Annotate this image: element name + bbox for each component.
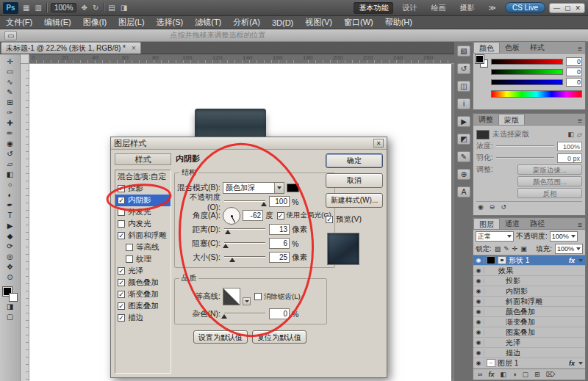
menu-view[interactable]: 视图(V) — [299, 17, 338, 28]
workspace-overflow-icon[interactable]: ≫ — [483, 3, 501, 12]
foreground-color-swatch[interactable] — [476, 55, 484, 63]
styles-icon[interactable]: ◩ — [457, 134, 470, 145]
antialias-checkbox[interactable] — [254, 293, 262, 300]
set-default-button[interactable]: 设置为默认值 — [193, 330, 248, 344]
color-range-button[interactable]: 颜色范围... — [517, 176, 582, 186]
checkbox[interactable]: ✓ — [118, 197, 125, 204]
history-brush-tool-icon[interactable]: ↺ — [1, 149, 19, 159]
effect-row-bevel-emboss[interactable]: ◉ 斜面和浮雕 — [473, 297, 585, 307]
dialog-titlebar[interactable]: 图层样式 ✕ — [111, 137, 387, 150]
lock-all-icon[interactable]: ▣ — [520, 245, 527, 253]
lock-position-icon[interactable]: ✛ — [512, 245, 518, 253]
fill-field[interactable]: 100% — [555, 244, 583, 254]
adjustment-layer-icon[interactable]: ◑ — [512, 371, 516, 378]
noise-slider[interactable] — [223, 309, 267, 319]
layer-thumbnail[interactable] — [487, 359, 495, 367]
history-icon[interactable]: ↺ — [457, 63, 470, 74]
feather-value[interactable]: 0 px — [557, 153, 582, 163]
menu-analysis[interactable]: 分析(A) — [227, 17, 266, 28]
blend-mode-select[interactable]: 颜色加深 — [223, 182, 284, 194]
character-icon[interactable]: A — [457, 186, 470, 197]
style-item-inner-shadow[interactable]: ✓ 内阴影 — [115, 195, 171, 206]
close-icon[interactable]: ✕ — [575, 4, 581, 12]
checkbox[interactable]: ✓ — [118, 302, 125, 310]
panel-menu-icon[interactable]: ≡ — [575, 117, 585, 125]
style-item-bevel-emboss[interactable]: ✓ 斜面和浮雕 — [115, 230, 171, 242]
layer-style-icon[interactable]: fx — [488, 371, 494, 378]
tab-adjustments[interactable]: 调整 — [473, 114, 498, 125]
checkbox[interactable]: ✓ — [118, 267, 125, 275]
density-value[interactable]: 100% — [557, 142, 582, 151]
distance-slider[interactable] — [223, 225, 267, 235]
choke-field[interactable]: 6 — [269, 238, 290, 249]
tab-swatches[interactable]: 色板 — [500, 42, 525, 53]
red-slider[interactable] — [491, 59, 563, 65]
checkbox[interactable] — [126, 244, 133, 251]
add-mask-icon[interactable]: ◧ — [500, 371, 506, 378]
style-item-pattern-overlay[interactable]: ✓ 图案叠加 — [115, 300, 171, 312]
collapse-effects-icon[interactable] — [578, 259, 583, 262]
clone-stamp-tool-icon[interactable]: ◉ — [1, 139, 19, 149]
visibility-eye-icon[interactable]: ◉ — [473, 360, 484, 366]
healing-brush-tool-icon[interactable]: ✚ — [1, 118, 19, 128]
layer-row-shape1[interactable]: ◉ 形状 1 fx — [473, 255, 585, 266]
opacity-field[interactable]: 100 — [269, 196, 290, 207]
layer-thumbnail[interactable] — [487, 256, 495, 264]
invert-button[interactable]: 反相 — [517, 188, 582, 198]
noise-field[interactable]: 0 — [269, 308, 290, 319]
angle-field[interactable]: -62 — [243, 210, 263, 221]
mask-apply-icon[interactable]: ↺ — [501, 203, 506, 211]
fx-badge[interactable]: fx — [569, 360, 576, 367]
menu-file[interactable]: 文件(F) — [0, 17, 38, 28]
shadow-color-swatch[interactable] — [287, 184, 299, 192]
preview-checkbox[interactable]: ✓ — [326, 216, 333, 223]
document-tab[interactable]: 未标题-1 @ 22.2% (形状 1, RGB/8) * × — [1, 42, 141, 54]
zoom-tool-icon[interactable]: ⊙ — [1, 272, 19, 283]
move-tool-icon[interactable]: ✛ — [1, 57, 19, 67]
blue-value[interactable]: 0 — [566, 78, 582, 87]
tab-layers[interactable]: 图层 — [473, 218, 500, 229]
contour-thumbnail[interactable] — [223, 288, 240, 305]
ok-button[interactable]: 确定 — [326, 153, 383, 168]
arrange-documents-icon[interactable]: ▤ — [107, 4, 115, 12]
cancel-button[interactable]: 取消 — [326, 173, 383, 188]
tab-close-icon[interactable]: × — [132, 44, 136, 52]
quick-selection-tool-icon[interactable]: ✎ — [1, 87, 19, 98]
layer-comps-icon[interactable]: ◫ — [457, 81, 470, 92]
delete-layer-icon[interactable]: ⌦ — [545, 371, 555, 378]
workspace-essentials[interactable]: 基本功能 — [354, 2, 393, 14]
minimize-icon[interactable]: — — [553, 4, 560, 12]
add-pixel-mask-icon[interactable]: ◧ — [568, 131, 575, 138]
blend-mode-dropdown[interactable]: 正常 — [476, 231, 514, 242]
layer-row-layer1[interactable]: ◉ 图层 1 fx — [473, 358, 585, 369]
visibility-eye-icon[interactable]: ◉ — [473, 288, 484, 294]
size-field[interactable]: 25 — [269, 252, 290, 263]
density-slider[interactable] — [496, 145, 554, 147]
active-tool-icon[interactable]: ▭ — [4, 31, 17, 40]
checkbox[interactable] — [118, 220, 125, 228]
brush-tool-icon[interactable]: ✏ — [1, 128, 19, 139]
visibility-eye-icon[interactable]: ◉ — [473, 267, 484, 274]
checkbox[interactable]: ✓ — [118, 279, 125, 286]
menu-3d[interactable]: 3D(D) — [266, 18, 299, 27]
visibility-eye-icon[interactable]: ◉ — [473, 308, 484, 315]
effect-row-gradient-overlay[interactable]: ◉ 渐变叠加 — [473, 317, 585, 327]
visibility-eye-icon[interactable]: ◉ — [473, 319, 484, 325]
tab-color[interactable]: 颜色 — [473, 42, 500, 53]
contour-picker-icon[interactable] — [243, 297, 251, 305]
checkbox[interactable]: ✓ — [118, 232, 125, 239]
menu-edit[interactable]: 编辑(E) — [38, 17, 77, 28]
info-icon[interactable]: i — [457, 98, 470, 109]
photoshop-logo[interactable]: Ps — [3, 2, 18, 14]
checkbox[interactable]: ✓ — [118, 185, 125, 192]
new-group-icon[interactable]: ▢ — [522, 371, 528, 378]
type-tool-icon[interactable]: T — [1, 211, 19, 221]
effect-row-drop-shadow[interactable]: ◉ 投影 — [473, 276, 585, 286]
panel-menu-icon[interactable]: ≡ — [575, 45, 585, 53]
new-layer-icon[interactable]: ⊞ — [534, 371, 540, 378]
fx-badge[interactable]: fx — [569, 257, 576, 264]
shape-tool-icon[interactable]: ◆ — [1, 231, 19, 242]
vector-mask-thumbnail[interactable] — [498, 256, 506, 264]
workspace-photography[interactable]: 摄影 — [454, 2, 479, 14]
visibility-eye-icon[interactable]: ◉ — [473, 339, 484, 346]
